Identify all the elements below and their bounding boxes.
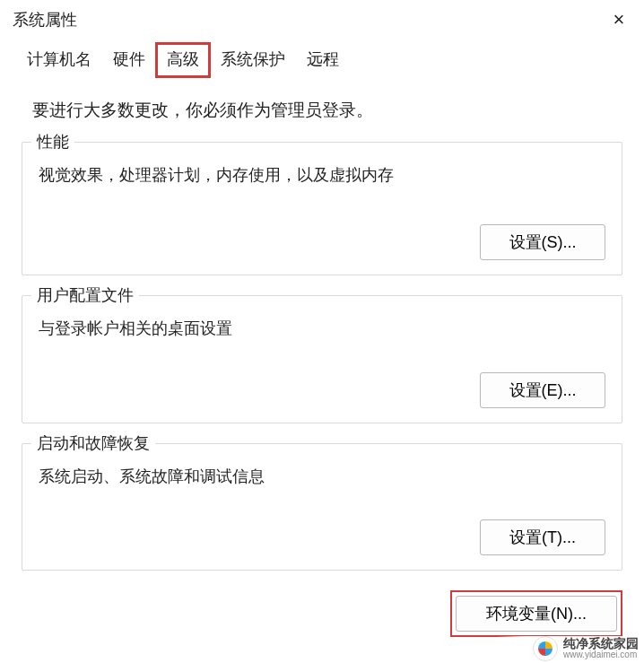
tab-advanced[interactable]: 高级 [156, 43, 210, 77]
group-user-profiles: 用户配置文件 与登录帐户相关的桌面设置 设置(E)... [22, 295, 622, 423]
tab-content-advanced: 要进行大多数更改，你必须作为管理员登录。 性能 视觉效果，处理器计划，内存使用，… [0, 77, 644, 571]
env-vars-highlight: 环境变量(N)... [450, 590, 622, 637]
group-performance-desc: 视觉效果，处理器计划，内存使用，以及虚拟内存 [39, 162, 605, 188]
group-startup-recovery-desc: 系统启动、系统故障和调试信息 [39, 464, 605, 490]
tab-computer-name[interactable]: 计算机名 [16, 43, 102, 77]
group-startup-recovery: 启动和故障恢复 系统启动、系统故障和调试信息 设置(T)... [22, 443, 622, 571]
bottom-button-row: 环境变量(N)... [0, 590, 644, 637]
watermark: 纯净系统家园 www.yidaimei.com [497, 636, 639, 661]
group-user-profiles-button-row: 设置(E)... [39, 372, 605, 408]
group-user-profiles-desc: 与登录帐户相关的桌面设置 [39, 316, 605, 342]
admin-notice: 要进行大多数更改，你必须作为管理员登录。 [32, 99, 622, 122]
group-startup-recovery-button-row: 设置(T)... [39, 519, 605, 555]
close-icon[interactable]: × [606, 10, 631, 30]
window-title: 系统属性 [13, 9, 77, 31]
group-user-profiles-legend: 用户配置文件 [31, 284, 139, 306]
environment-variables-button[interactable]: 环境变量(N)... [456, 596, 617, 632]
watermark-text: 纯净系统家园 www.yidaimei.com [563, 637, 639, 659]
watermark-name: 纯净系统家园 [563, 637, 639, 650]
tab-strip: 计算机名 硬件 高级 系统保护 远程 [0, 36, 644, 77]
title-bar: 系统属性 × [0, 0, 644, 36]
watermark-logo-icon [533, 636, 558, 661]
tab-remote[interactable]: 远程 [296, 43, 350, 77]
tab-system-protection[interactable]: 系统保护 [210, 43, 296, 77]
tab-hardware[interactable]: 硬件 [102, 43, 156, 77]
user-profiles-settings-button[interactable]: 设置(E)... [480, 372, 605, 408]
performance-settings-button[interactable]: 设置(S)... [480, 224, 605, 260]
group-performance-legend: 性能 [31, 131, 74, 153]
group-performance-button-row: 设置(S)... [39, 224, 605, 260]
group-startup-recovery-legend: 启动和故障恢复 [31, 432, 155, 454]
watermark-url: www.yidaimei.com [563, 650, 639, 660]
startup-recovery-settings-button[interactable]: 设置(T)... [480, 519, 605, 555]
group-performance: 性能 视觉效果，处理器计划，内存使用，以及虚拟内存 设置(S)... [22, 142, 622, 275]
